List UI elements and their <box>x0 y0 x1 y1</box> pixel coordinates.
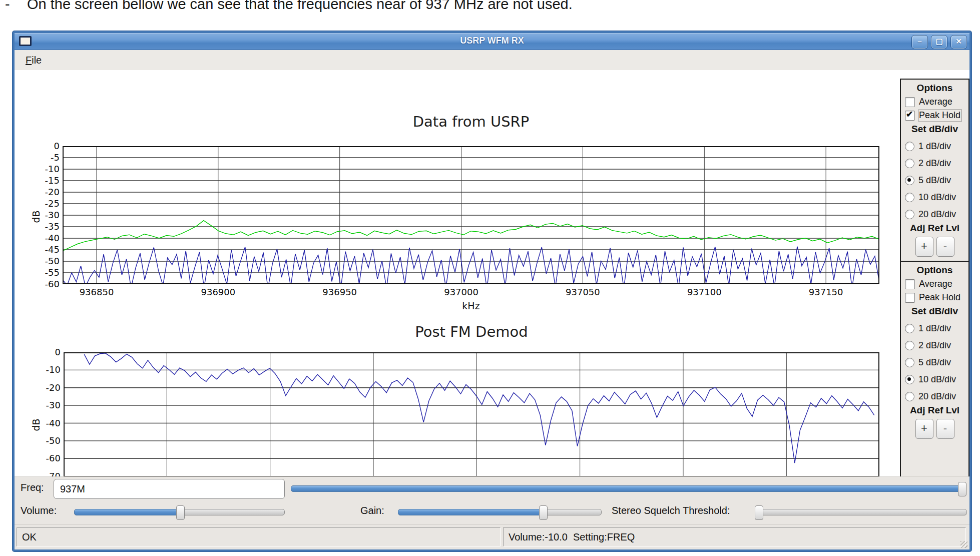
adj-ref-heading: Adj Ref Lvl <box>901 405 968 416</box>
trace-live-spectrum <box>63 247 879 284</box>
status-message: OK <box>17 527 501 546</box>
gain-slider[interactable] <box>398 509 602 515</box>
y-tick-label: -60 <box>30 279 60 289</box>
caption-line: -On the screen bellow we can see that th… <box>5 0 573 13</box>
checkbox-row-average[interactable]: Average <box>905 279 968 289</box>
y-tick-label: -30 <box>30 210 60 220</box>
radio-row-1-db-div[interactable]: 1 dB/div <box>905 323 968 334</box>
radio-row-5-db-div[interactable]: 5 dB/div <box>905 357 968 368</box>
window-title: USRP WFM RX <box>15 36 969 46</box>
volume-slider[interactable] <box>74 509 285 515</box>
checkbox-icon[interactable] <box>905 293 915 303</box>
checkbox-row-peak-hold[interactable]: Peak Hold <box>905 292 968 303</box>
ref-up-button[interactable]: + <box>915 237 933 257</box>
plot1-title: Data from USRP <box>63 113 879 130</box>
chart-svg <box>64 352 879 494</box>
menu-file[interactable]: File <box>22 54 46 67</box>
ref-down-button[interactable]: - <box>936 237 954 257</box>
slider-handle[interactable] <box>176 505 185 520</box>
resize-grip-icon[interactable] <box>960 541 967 548</box>
slider-handle[interactable] <box>958 482 966 496</box>
radio-row-10-db-div[interactable]: 10 dB/div <box>905 374 968 385</box>
checkbox-icon[interactable] <box>905 111 915 121</box>
plot1-canvas[interactable] <box>63 146 879 284</box>
radio-icon[interactable] <box>905 375 914 384</box>
maximize-button[interactable]: ▢ <box>931 35 947 49</box>
checkbox-label: Peak Hold <box>919 292 960 303</box>
page: -On the screen bellow we can see that th… <box>0 0 980 556</box>
y-tick-label: -50 <box>31 435 61 446</box>
ref-up-button[interactable]: + <box>915 419 933 439</box>
ref-down-button[interactable]: - <box>936 419 954 439</box>
squelch-label: Stereo Squelch Threshold: <box>612 505 730 516</box>
squelch-slider[interactable] <box>755 509 967 515</box>
checkbox-row-peak-hold[interactable]: Peak Hold <box>905 110 968 121</box>
x-tick-label: 937150 <box>809 287 843 297</box>
radio-row-20-db-div[interactable]: 20 dB/div <box>905 391 968 402</box>
gain-label: Gain: <box>360 505 384 516</box>
slider-fill <box>291 485 965 492</box>
y-tick-label: 0 <box>30 141 60 151</box>
x-tick-label: 936850 <box>80 287 114 297</box>
freq-label: Freq: <box>21 482 44 493</box>
y-tick-label: -10 <box>31 364 61 375</box>
checkbox-label: Average <box>919 97 952 107</box>
x-tick-label: 937000 <box>444 287 478 297</box>
radio-row-1-db-div[interactable]: 1 dB/div <box>905 141 968 152</box>
checkbox-row-average[interactable]: Average <box>905 97 968 107</box>
radio-icon[interactable] <box>905 210 914 219</box>
y-tick-label: -20 <box>31 382 61 393</box>
plot2-canvas[interactable] <box>64 352 879 494</box>
radio-icon[interactable] <box>905 358 914 367</box>
y-tick-label: -40 <box>31 418 61 428</box>
y-tick-label: -30 <box>31 400 61 410</box>
radio-label: 10 dB/div <box>918 192 956 203</box>
radio-icon[interactable] <box>905 193 914 202</box>
x-tick-label: 937100 <box>687 287 722 297</box>
checkbox-icon[interactable] <box>905 279 915 289</box>
y-tick-label: -45 <box>30 244 60 255</box>
titlebar[interactable]: USRP WFM RX – ▢ ✕ <box>15 33 969 50</box>
slider-handle[interactable] <box>539 505 548 520</box>
x-tick-label: 937050 <box>566 287 600 297</box>
y-tick-label: -10 <box>30 164 60 174</box>
plot2-title: Post FM Demod <box>64 323 879 340</box>
radio-icon[interactable] <box>905 392 914 401</box>
caption-text: On the screen bellow we can see that the… <box>27 0 573 12</box>
window-controls: – ▢ ✕ <box>911 35 967 49</box>
radio-row-10-db-div[interactable]: 10 dB/div <box>905 192 968 203</box>
radio-icon[interactable] <box>905 176 914 185</box>
options-heading: Options <box>901 83 968 94</box>
radio-row-20-db-div[interactable]: 20 dB/div <box>905 209 968 220</box>
x-tick-label: 936900 <box>201 287 235 297</box>
close-button[interactable]: ✕ <box>950 35 967 49</box>
db-div-heading: Set dB/div <box>901 306 968 317</box>
slider-track[interactable] <box>755 509 967 515</box>
slider-fill <box>74 509 180 515</box>
freq-slider[interactable] <box>291 485 965 492</box>
minimize-button[interactable]: – <box>911 35 928 49</box>
radio-label: 20 dB/div <box>918 209 956 220</box>
radio-icon[interactable] <box>905 324 914 333</box>
trace-peak-hold <box>63 221 879 251</box>
x-tick-label: 936950 <box>322 287 357 297</box>
ref-level-buttons: +- <box>901 419 968 443</box>
radio-icon[interactable] <box>905 142 914 151</box>
radio-label: 20 dB/div <box>918 391 956 402</box>
checkbox-icon[interactable] <box>905 97 915 107</box>
radio-row-2-db-div[interactable]: 2 dB/div <box>905 158 968 169</box>
radio-label: 1 dB/div <box>918 323 951 334</box>
options-panel-bottom: OptionsAveragePeak HoldSet dB/div1 dB/di… <box>901 265 968 443</box>
slider-handle[interactable] <box>755 505 763 520</box>
menubar: File <box>15 50 969 71</box>
y-tick-label: -40 <box>30 233 60 243</box>
freq-input[interactable] <box>54 479 285 499</box>
statusbar: OK Volume:-10.0 Setting:FREQ <box>15 524 969 550</box>
radio-row-5-db-div[interactable]: 5 dB/div <box>905 175 968 186</box>
radio-row-2-db-div[interactable]: 2 dB/div <box>905 340 968 351</box>
app-window: USRP WFM RX – ▢ ✕ File Data from USRP dB… <box>13 31 971 551</box>
bottom-controls: Freq: Volume: Gain: Stereo Squelch Thres… <box>15 476 969 525</box>
y-tick-label: -20 <box>30 187 60 197</box>
radio-icon[interactable] <box>905 159 914 168</box>
radio-icon[interactable] <box>905 341 914 350</box>
